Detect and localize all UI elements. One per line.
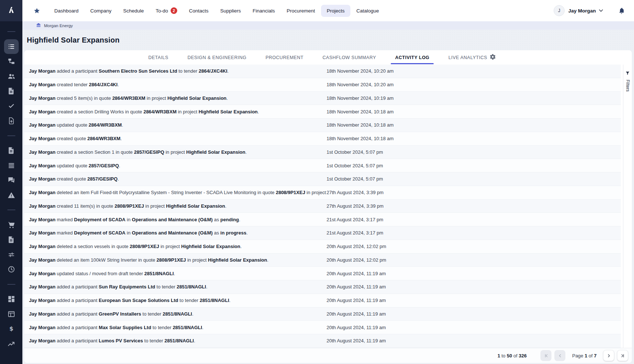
app-root: $ DashboardCompanyScheduleTo-do2Contacts… xyxy=(0,0,634,364)
sidebar-item-adjustments[interactable] xyxy=(0,247,22,262)
table-row: Jay Morgan added a participant Max Solar… xyxy=(24,321,621,334)
table-row: Jay Morgan deleted a section vessels in … xyxy=(24,240,621,254)
nav-item-suppliers[interactable]: Suppliers xyxy=(214,5,247,17)
activity-timestamp: 20th August 2024, 12:02 pm xyxy=(327,244,386,249)
cart-icon xyxy=(7,221,15,229)
nav-item-schedule[interactable]: Schedule xyxy=(117,5,150,17)
list-icon xyxy=(4,39,19,54)
tab-details[interactable]: DETAILS xyxy=(147,51,169,64)
table-row: Jay Morgan created a section Drilling Wo… xyxy=(24,105,621,119)
table-row: Jay Morgan created quote 2857/GESIPQ.1st… xyxy=(24,172,621,186)
activity-text: Jay Morgan deleted an item 100kW String … xyxy=(24,257,327,263)
activity-text: Jay Morgan created tender 2864/JXC4KI. xyxy=(24,82,327,87)
activity-text: Jay Morgan created 5 item(s) in quote 28… xyxy=(24,95,327,101)
document-icon xyxy=(7,236,15,244)
tab-design-engineering[interactable]: DESIGN & ENGINEERING xyxy=(187,51,247,64)
sidebar-item-records[interactable] xyxy=(0,158,22,173)
bell-icon[interactable] xyxy=(618,7,625,15)
activity-text: Jay Morgan marked Deployment of SCADA in… xyxy=(24,230,327,236)
nav-item-dashboard[interactable]: Dashboard xyxy=(48,5,84,17)
activity-text: Jay Morgan created quote 2857/GESIPQ. xyxy=(24,176,327,182)
table-row: Jay Morgan marked Deployment of SCADA in… xyxy=(24,213,621,226)
activity-timestamp: 18th November 2024, 10:18 am xyxy=(327,136,394,141)
prev-page-button[interactable] xyxy=(554,350,565,361)
check-icon xyxy=(7,102,15,110)
table-row: Jay Morgan added a participant Southern … xyxy=(24,65,621,78)
sidebar-item-dashboard[interactable] xyxy=(0,292,22,307)
table-row: Jay Morgan created a section Section 1 i… xyxy=(24,146,621,159)
nav-item-projects[interactable]: Projects xyxy=(321,5,351,17)
chevron-down-icon[interactable] xyxy=(599,9,603,12)
avatar[interactable]: J xyxy=(554,5,565,16)
activity-text: Jay Morgan updated status / moved from d… xyxy=(24,271,327,276)
tabs: DETAILSDESIGN & ENGINEERINGPROCUREMENTCA… xyxy=(147,51,488,64)
sidebar-item-time[interactable] xyxy=(0,262,22,277)
sidebar-item-documents[interactable] xyxy=(0,84,22,99)
sidebar-item-activity-list[interactable] xyxy=(0,39,22,54)
last-page-icon xyxy=(620,353,625,358)
nav-item-financials[interactable]: Financials xyxy=(247,5,281,17)
activity-timestamp: 18th November 2024, 10:18 am xyxy=(327,109,394,114)
app-logo[interactable] xyxy=(0,0,22,21)
page-indicator: Page 1 of 7 xyxy=(572,353,597,358)
nav-item-catalogue[interactable]: Catalogue xyxy=(350,5,385,17)
sidebar-item-notes[interactable] xyxy=(0,143,22,158)
activity-timestamp: 18th November 2024, 10:20 am xyxy=(327,68,394,74)
tab-procurement[interactable]: PROCUREMENT xyxy=(265,51,304,64)
sidebar-item-people[interactable] xyxy=(0,69,22,84)
gear-icon[interactable] xyxy=(489,54,496,60)
sidebar-item-finance[interactable]: $ xyxy=(0,321,22,336)
first-page-button[interactable] xyxy=(540,350,551,361)
sidebar-item-procurement[interactable] xyxy=(0,218,22,233)
filters-panel-toggle[interactable]: Filters xyxy=(623,65,632,348)
table-row: Jay Morgan deleted an item 100kW String … xyxy=(24,254,621,267)
tab-live-analytics[interactable]: LIVE ANALYTICS xyxy=(448,51,488,64)
breadcrumb[interactable]: Morgan Energy xyxy=(22,21,634,30)
nav-item-procurement[interactable]: Procurement xyxy=(281,5,321,17)
first-page-icon xyxy=(544,353,549,358)
activity-timestamp: 18th November 2024, 10:20 am xyxy=(327,82,394,87)
star-icon[interactable] xyxy=(33,7,40,14)
activity-text: Jay Morgan marked Deployment of SCADA in… xyxy=(24,217,327,222)
activity-text: Jay Morgan created quote 2864/WR3BXM. xyxy=(24,136,327,141)
sidebar-item-tasks[interactable] xyxy=(0,99,22,114)
activity-text: Jay Morgan updated quote 2864/WR3BXM. xyxy=(24,122,327,128)
clock-icon xyxy=(7,265,15,273)
page-head: Highfield Solar Expansion xyxy=(22,30,634,50)
content-card: DETAILSDESIGN & ENGINEERINGPROCUREMENTCA… xyxy=(24,50,632,363)
table-row: Jay Morgan updated quote 2864/WR3BXM.18t… xyxy=(24,119,621,132)
activity-text: Jay Morgan added a participant Sun Ray E… xyxy=(24,284,327,290)
filter-funnel-icon xyxy=(625,70,630,77)
pagination-bar: 1 to 50 of 326 Page 1 of 7 xyxy=(24,348,632,363)
sidebar-item-messages[interactable] xyxy=(0,173,22,188)
nav-item-company[interactable]: Company xyxy=(84,5,117,17)
table-row: Jay Morgan created quote 2864/WR3BXM.18t… xyxy=(24,132,621,146)
chevron-right-icon xyxy=(606,353,611,358)
sidebar-item-analytics[interactable] xyxy=(0,336,22,352)
activity-text: Jay Morgan created a section Drilling Wo… xyxy=(24,109,327,114)
activity-log-table: Jay Morgan added a participant Southern … xyxy=(24,65,621,348)
tree-icon xyxy=(7,57,15,65)
nav-item-to-do[interactable]: To-do2 xyxy=(150,4,183,17)
bank-icon xyxy=(36,22,41,29)
next-page-button[interactable] xyxy=(603,350,614,361)
user-name[interactable]: Jay Morgan xyxy=(568,8,596,14)
sidebar-item-quotes[interactable] xyxy=(0,232,22,247)
nav-item-contacts[interactable]: Contacts xyxy=(183,5,214,17)
activity-text: Jay Morgan created 11 item(s) in quote 2… xyxy=(24,203,327,209)
sidebar-item-file-upload[interactable] xyxy=(0,113,22,128)
tab-activity-log[interactable]: ACTIVITY LOG xyxy=(394,51,430,64)
sidebar-item-hierarchy[interactable] xyxy=(0,54,22,69)
tab-cashflow-summary[interactable]: CASHFLOW SUMMARY xyxy=(322,51,377,64)
sidebar-item-alerts[interactable] xyxy=(0,188,22,203)
document-icon xyxy=(7,87,15,95)
table-row: Jay Morgan created tender 2864/JXC4KI.18… xyxy=(24,78,621,92)
warning-icon xyxy=(7,191,15,199)
table-row: Jay Morgan deleted an item Full Fixed-ti… xyxy=(24,186,621,200)
pagination-summary: 1 to 50 of 326 xyxy=(498,353,527,358)
last-page-button[interactable] xyxy=(617,350,628,361)
people-icon xyxy=(7,72,15,80)
tab-bar: DETAILSDESIGN & ENGINEERINGPROCUREMENTCA… xyxy=(24,50,632,65)
activity-text: Jay Morgan added a participant Max Solar… xyxy=(24,325,327,330)
sidebar-item-tables[interactable] xyxy=(0,307,22,322)
